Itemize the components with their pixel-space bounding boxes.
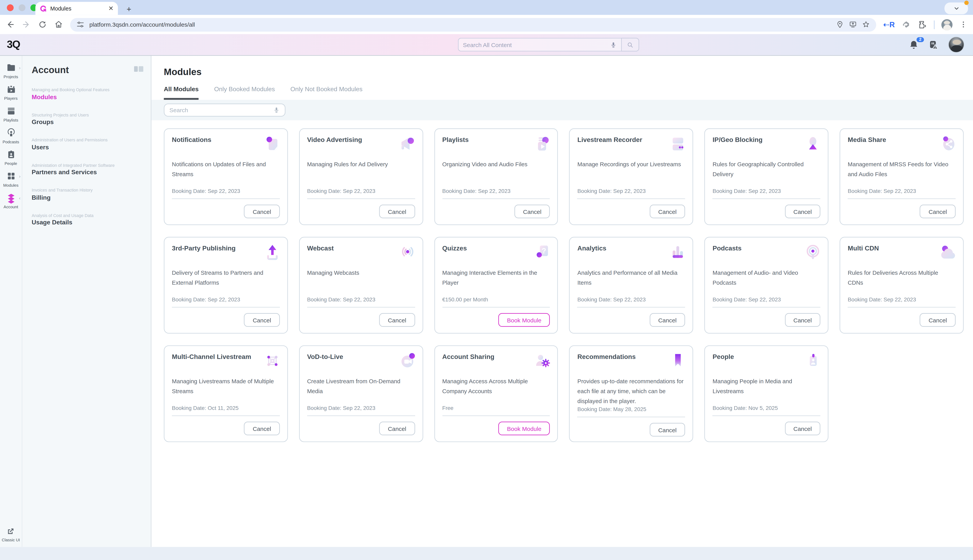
external-link-icon [7, 527, 15, 536]
clapper-icon [6, 84, 16, 94]
sidebar-item-people[interactable]: People [0, 149, 22, 165]
classic-ui-link[interactable]: Classic UI [2, 527, 20, 542]
tab-only-not-booked-modules[interactable]: Only Not Booked Modules [290, 85, 362, 100]
reload-icon[interactable] [38, 20, 47, 29]
sidebar-item-podcasts[interactable]: Podcasts [0, 128, 22, 144]
location-pin-icon[interactable] [836, 20, 844, 28]
sidebar-item-account[interactable]: ‹Account [0, 193, 22, 209]
module-card-description: Notifications on Updates of Files and St… [172, 160, 280, 180]
browser-tab[interactable]: Modules ✕ [35, 2, 118, 15]
r-extension-icon[interactable]: ⇠R [883, 20, 895, 29]
microphone-icon[interactable] [610, 41, 617, 48]
module-card-meta: Booking Date: Sep 22, 2023 [307, 405, 415, 416]
new-tab-button[interactable]: + [127, 5, 131, 13]
home-icon[interactable] [54, 20, 63, 29]
sidebar-item-label: Podcasts [3, 139, 19, 144]
cancel-button[interactable]: Cancel [785, 313, 821, 327]
forward-arrow-icon[interactable] [22, 20, 31, 29]
panel-item-eyebrow: Administation of Integrated Partner Soft… [32, 163, 142, 167]
panel-item-modules[interactable]: Managing and Booking Optional FeaturesMo… [32, 88, 142, 100]
bell-icon[interactable]: 2 [908, 39, 919, 50]
panel-item-users[interactable]: Administration of Users and PermissionsU… [32, 138, 142, 150]
module-card-notifications: NotificationsNotifications on Updates of… [164, 128, 288, 225]
vod-to-live-illustration-icon [398, 352, 417, 370]
url-bar[interactable]: platform.3qsdn.com/account/modules/all [70, 18, 876, 31]
module-card-webcast: WebcastManaging WebcastsBooking Date: Se… [299, 237, 423, 333]
module-card-playlists: PlaylistsOrganizing Video and Audio File… [434, 128, 558, 225]
module-card-people: PeopleManaging People in Media and Lives… [704, 345, 828, 442]
window-controls[interactable] [7, 4, 37, 11]
tab-only-booked-modules[interactable]: Only Booked Modules [214, 85, 275, 100]
cancel-button[interactable]: Cancel [920, 313, 956, 327]
browser-window: Modules ✕ + platform.3qsdn.com/account/m… [0, 0, 973, 547]
playlists-illustration-icon [533, 135, 552, 153]
webcast-illustration-icon [398, 243, 417, 262]
cancel-button[interactable]: Cancel [650, 205, 685, 218]
global-search-button[interactable] [621, 38, 639, 52]
cancel-button[interactable]: Cancel [650, 313, 685, 327]
global-search-input[interactable] [463, 41, 606, 48]
bookmark-star-icon[interactable] [862, 20, 870, 28]
people-illustration-icon [804, 352, 823, 370]
url-text[interactable]: platform.3qsdn.com/account/modules/all [89, 21, 831, 28]
panel-item-usage-details[interactable]: Analysis of Cost and Usage DataUsage Det… [32, 213, 142, 225]
global-search[interactable] [458, 38, 639, 52]
microphone-icon[interactable] [273, 107, 280, 113]
browser-updates-button[interactable] [945, 3, 968, 14]
ip-geo-blocking-illustration-icon [804, 135, 823, 153]
module-card-video-advertising: Video AdvertisingManaging Rules for Ad D… [299, 128, 423, 225]
sidebar-item-label: Playlists [3, 118, 18, 122]
install-monitor-icon[interactable] [849, 20, 857, 28]
module-card-meta: Booking Date: Oct 11, 2025 [172, 405, 280, 416]
module-search-input[interactable] [169, 107, 269, 113]
multi-cdn-illustration-icon [939, 243, 958, 262]
cancel-button[interactable]: Cancel [920, 205, 956, 218]
notification-badge: 2 [916, 37, 925, 43]
book-module-button[interactable]: Book Module [498, 313, 550, 327]
cancel-button[interactable]: Cancel [379, 205, 415, 218]
cancel-button[interactable]: Cancel [379, 313, 415, 327]
stream-alert-icon[interactable] [928, 39, 939, 50]
tab-favicon-icon [40, 5, 47, 12]
panel-item-groups[interactable]: Structuring Projects and UsersGroups [32, 113, 142, 125]
sidebar-item-playlists[interactable]: Playlists [0, 106, 22, 122]
minimize-window-button[interactable] [19, 4, 25, 11]
module-card-description: Management of Audio- and Video Podcasts [713, 268, 821, 288]
module-search[interactable] [164, 103, 286, 117]
tune-icon[interactable] [76, 20, 84, 28]
cancel-button[interactable]: Cancel [650, 423, 685, 437]
user-avatar[interactable] [948, 37, 964, 53]
panel-item-billing[interactable]: Invoices and Transaction HistoryBilling [32, 188, 142, 200]
cancel-button[interactable]: Cancel [244, 205, 280, 218]
tab-all-modules[interactable]: All Modules [164, 85, 199, 100]
book-module-button[interactable]: Book Module [498, 422, 550, 435]
gray-extension-icon[interactable] [901, 20, 911, 29]
module-card-description: Delivery of Streams to Partners and Exte… [172, 268, 280, 288]
kebab-menu-icon[interactable] [960, 20, 967, 28]
update-dot [964, 1, 968, 5]
sidebar-item-players[interactable]: Players [0, 84, 22, 100]
back-arrow-icon[interactable] [6, 20, 15, 29]
panel-toggle-icon[interactable] [134, 66, 144, 73]
module-card-analytics: AnalyticsAnalytics and Performance of al… [569, 237, 693, 333]
panel-item-label: Modules [32, 93, 142, 100]
panel-item-label: Partners and Services [32, 168, 142, 175]
sidebar-item-projects[interactable]: ›Projects [0, 63, 22, 79]
panel-item-partners-and-services[interactable]: Administation of Integrated Partner Soft… [32, 163, 142, 175]
close-window-button[interactable] [7, 4, 13, 11]
puzzle-extension-icon[interactable] [918, 20, 927, 29]
sidebar-item-modules[interactable]: ›Modules [0, 171, 22, 187]
app-logo[interactable]: 3Q [0, 38, 20, 51]
cancel-button[interactable]: Cancel [244, 422, 280, 435]
cancel-button[interactable]: Cancel [514, 205, 550, 218]
panel-item-eyebrow: Managing and Booking Optional Features [32, 88, 142, 92]
sidebar-rail: ›ProjectsPlayersPlaylistsPodcastsPeople›… [0, 56, 22, 547]
cancel-button[interactable]: Cancel [785, 205, 821, 218]
cancel-button[interactable]: Cancel [379, 422, 415, 435]
module-card-media-share: Media ShareManagement of MRSS Feeds for … [840, 128, 964, 225]
svg-text:?: ? [542, 247, 547, 255]
tab-close-icon[interactable]: ✕ [109, 5, 114, 12]
cancel-button[interactable]: Cancel [785, 422, 821, 435]
cancel-button[interactable]: Cancel [244, 313, 280, 327]
profile-avatar[interactable] [941, 19, 952, 30]
